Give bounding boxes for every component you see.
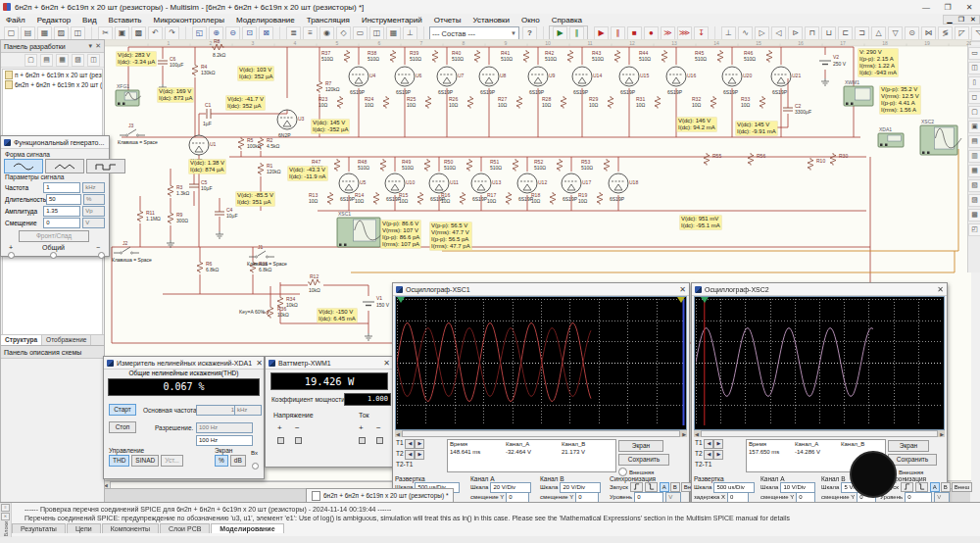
spectrum-analyzer-icon[interactable]: ◰ <box>968 223 980 236</box>
xsc1-close-icon[interactable]: ✕ <box>675 285 686 294</box>
reverse-button[interactable]: Экран <box>888 440 929 452</box>
electromechanical-icon[interactable]: ◹ <box>971 26 980 41</box>
minus-terminal[interactable] <box>98 252 105 259</box>
trigger-level-input[interactable]: 0 <box>905 492 932 503</box>
mdi-close-button[interactable]: ✕ <box>967 16 979 24</box>
cursor-t1-marker[interactable] <box>701 297 709 303</box>
voltage-minus-terminal[interactable] <box>295 437 302 444</box>
channel-b-ypos-input[interactable]: 0 <box>575 492 599 503</box>
t2-right-icon[interactable]: ▶ <box>713 450 723 460</box>
fgen-titlebar[interactable]: Функциональный генерато...✕ <box>1 136 109 149</box>
frequency-counter-icon[interactable]: ▤ <box>968 135 980 148</box>
control-mode-button[interactable]: THD <box>109 455 129 467</box>
t2-left-icon[interactable]: ◀ <box>704 450 713 460</box>
t2-right-icon[interactable]: ▶ <box>415 450 424 460</box>
xda1-close-icon[interactable]: ✕ <box>252 359 263 368</box>
display-mode-button[interactable]: dB <box>230 455 246 467</box>
trigger-source-button[interactable]: Внеш <box>952 482 972 492</box>
word-generator-icon[interactable]: ▥ <box>968 150 980 163</box>
square-wave-button[interactable] <box>86 159 125 173</box>
common-terminal[interactable] <box>50 252 57 259</box>
fgen-param-input[interactable]: 1.35 <box>43 206 80 217</box>
xda1-titlebar[interactable]: Измеритель нелинейных искажений-XDA1✕ <box>104 357 264 370</box>
voltage-plus-terminal[interactable] <box>277 437 284 444</box>
menu-item[interactable]: Файл <box>0 15 31 25</box>
panel-close-icon[interactable]: ✕ <box>95 42 101 50</box>
new-icon[interactable]: ▢ <box>24 54 37 67</box>
menu-item[interactable]: Редактор <box>31 15 76 25</box>
fgen-param-input[interactable]: 50 <box>46 194 81 205</box>
distortion-analyzer-icon[interactable]: ▩ <box>968 209 980 222</box>
fgen-close-icon[interactable]: ✕ <box>104 138 109 147</box>
trigger-source-button[interactable]: A <box>660 482 669 492</box>
trigger-edge-falling-icon[interactable] <box>915 482 928 492</box>
multimeter-icon[interactable]: ▭ <box>968 47 980 60</box>
print-icon[interactable]: ▨ <box>72 54 84 67</box>
trigger-level-input[interactable]: 0 <box>634 492 663 503</box>
fundamental-freq-input[interactable]: 1 <box>196 405 237 416</box>
current-minus-terminal[interactable] <box>376 437 383 444</box>
input-terminal[interactable] <box>252 463 259 469</box>
menu-item[interactable]: Окно <box>515 15 546 25</box>
logic-analyzer-icon[interactable]: ▧ <box>968 179 980 192</box>
spreadsheet-tab[interactable]: Слои PCB <box>160 523 210 533</box>
xsc1-titlebar[interactable]: Осциллограф-XSC1✕ <box>393 283 689 296</box>
menu-item[interactable]: Справка <box>546 15 588 25</box>
control-mode-button[interactable]: Уст... <box>161 455 183 467</box>
cursor-t2-marker[interactable] <box>677 297 685 303</box>
rise-fall-button[interactable]: Фронт/Спад <box>19 230 89 242</box>
sine-wave-button[interactable] <box>4 159 43 173</box>
menu-item[interactable]: Трансляция <box>301 15 356 25</box>
trigger-edge-falling-icon[interactable] <box>645 482 658 492</box>
t1-right-icon[interactable]: ▶ <box>713 439 723 449</box>
in-use-list[interactable]: --- Состав ---▼ <box>429 26 519 40</box>
triangle-wave-button[interactable] <box>45 159 84 173</box>
timebase-xpos-input[interactable]: 0 <box>727 492 749 503</box>
xsc2-titlebar[interactable]: Осциллограф-XSC2✕ <box>692 283 947 296</box>
mdi-minimize-button[interactable]: ▁ <box>944 16 956 24</box>
xsc2-close-icon[interactable]: ✕ <box>933 285 944 294</box>
reverse-button[interactable]: Экран <box>618 440 663 452</box>
display-mode-button[interactable]: % <box>215 455 228 467</box>
panel-close-icon[interactable]: ✕ <box>1 513 10 520</box>
panel-expand-icon[interactable]: ≡ <box>1 504 10 512</box>
channel-a-ypos-input[interactable]: 0 <box>796 492 815 503</box>
menu-item[interactable]: Отчеты <box>428 15 467 25</box>
stop-button[interactable]: Стоп <box>109 421 136 433</box>
open-icon[interactable]: ▤ <box>40 54 53 67</box>
t1-right-icon[interactable]: ▶ <box>415 439 424 449</box>
trigger-source-button[interactable]: B <box>670 482 680 492</box>
fgen-param-input[interactable]: 1 <box>43 182 80 193</box>
cursor-t1-marker[interactable] <box>397 297 405 303</box>
spreadsheet-tab[interactable]: Моделирование <box>211 523 283 533</box>
wattmeter-icon[interactable]: ▯ <box>968 76 980 89</box>
control-mode-button[interactable]: SINAD <box>131 455 159 467</box>
menu-item[interactable]: Вставить <box>103 15 148 25</box>
start-button[interactable]: Старт <box>109 404 136 416</box>
trigger-edge-rising-icon[interactable] <box>901 482 913 492</box>
save-icon[interactable]: ▦ <box>56 54 69 67</box>
print-preview-icon[interactable]: ◫ <box>87 54 100 67</box>
t2-left-icon[interactable]: ◀ <box>405 450 415 460</box>
plus-terminal[interactable] <box>8 252 15 259</box>
fgen-param-input[interactable]: 0 <box>43 218 80 228</box>
t1-left-icon[interactable]: ◀ <box>405 439 415 449</box>
xsc2-screen[interactable] <box>694 296 945 430</box>
oscilloscope-icon[interactable]: ◻ <box>968 91 980 104</box>
xwm1-close-icon[interactable]: ✕ <box>379 359 390 368</box>
save-button[interactable]: Сохранить <box>618 454 669 466</box>
document-tab[interactable]: 6н2п + 6н2п + 6с19п х 20 шт (резисторы) … <box>306 488 454 502</box>
panel-pin-icon[interactable]: ▾ <box>89 42 93 50</box>
logic-converter-icon[interactable]: ▦ <box>968 165 980 177</box>
design-tree-item[interactable]: п + 6н2п + 6с19п х 20 шт (резис <box>3 70 102 79</box>
menu-item[interactable]: Моделирование <box>230 15 301 25</box>
channel-a-ypos-input[interactable]: 0 <box>506 492 529 503</box>
t1-left-icon[interactable]: ◀ <box>704 439 713 449</box>
resolution-select[interactable]: 100 Hz <box>196 422 253 433</box>
xsc2-scrollbar[interactable]: ◀▶ <box>694 430 945 437</box>
current-plus-terminal[interactable] <box>359 437 366 444</box>
menu-item[interactable]: Инструментарий <box>356 15 428 25</box>
menu-item[interactable]: Установки <box>466 15 515 25</box>
trigger-source-button[interactable]: B <box>941 482 951 492</box>
xsc1-scrollbar[interactable]: ◀▶ <box>395 430 687 437</box>
